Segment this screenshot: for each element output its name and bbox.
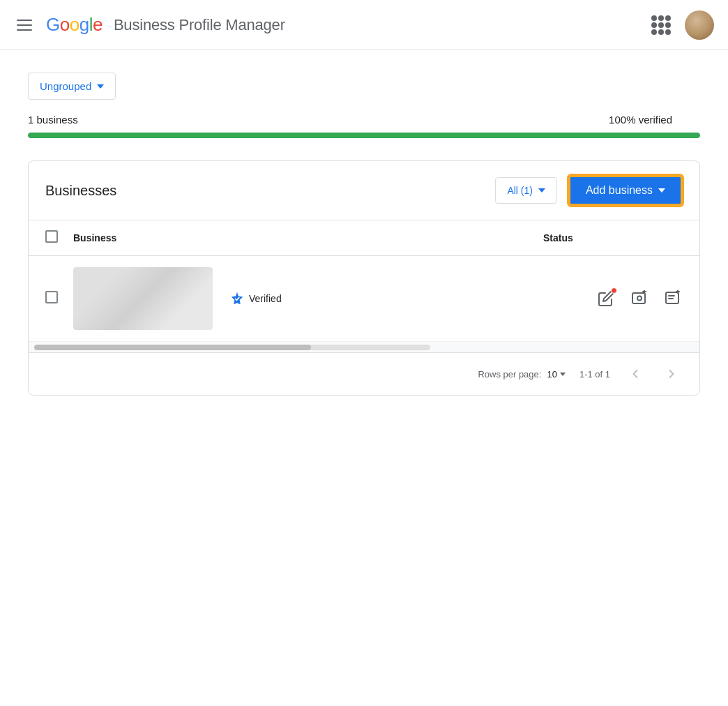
scrollbar-thumb: [34, 345, 311, 350]
stats-row: 1 business 100% verified: [28, 114, 700, 126]
rows-per-page-control: Rows per page: 10: [478, 369, 566, 380]
rows-per-page-label: Rows per page:: [478, 369, 541, 380]
next-page-button[interactable]: [660, 363, 683, 385]
horizontal-scrollbar[interactable]: [29, 342, 699, 353]
chevron-down-icon: [560, 373, 566, 376]
scrollbar-track: [34, 345, 430, 350]
row-checkbox[interactable]: [45, 291, 58, 303]
table-title: Businesses: [45, 183, 116, 199]
edit-button[interactable]: [596, 289, 616, 308]
business-count: 1 business: [28, 114, 78, 126]
select-all-checkbox-cell: [45, 230, 73, 246]
business-filter-dropdown[interactable]: All (1): [495, 177, 557, 204]
google-logo: Google: [46, 14, 103, 36]
chevron-down-icon: [97, 84, 104, 89]
table-toolbar: Businesses All (1) Add business: [29, 161, 699, 220]
group-filter-dropdown[interactable]: Ungrouped: [28, 73, 116, 100]
row-actions: [596, 289, 683, 308]
header-left: Google Business Profile Manager: [14, 14, 649, 36]
row-checkbox-cell: [45, 291, 73, 306]
google-apps-button[interactable]: [649, 13, 674, 38]
group-filter-label: Ungrouped: [40, 80, 91, 92]
select-all-checkbox[interactable]: [45, 230, 58, 243]
notification-dot: [611, 287, 617, 294]
status-label: Verified: [249, 293, 282, 304]
verified-badge-icon: [229, 291, 245, 306]
progress-bar-fill: [28, 133, 700, 138]
business-thumbnail[interactable]: [73, 267, 213, 330]
header: Google Business Profile Manager: [0, 0, 728, 50]
add-business-button[interactable]: Add business: [568, 175, 683, 206]
rows-per-page-value: 10: [547, 369, 556, 380]
add-post-button[interactable]: [663, 289, 683, 308]
menu-button[interactable]: [14, 17, 35, 33]
verification-progress-bar: [28, 133, 700, 138]
rows-per-page-select[interactable]: 10: [547, 369, 565, 380]
page-range: 1-1 of 1: [579, 369, 610, 380]
table-row: Verified: [29, 256, 699, 342]
svg-rect-0: [632, 293, 645, 303]
verified-percent: 100% verified: [609, 114, 672, 126]
prev-page-button[interactable]: [624, 363, 646, 385]
user-avatar[interactable]: [685, 10, 714, 40]
header-right: [649, 10, 714, 40]
chevron-down-icon: [538, 188, 545, 193]
main-content: Ungrouped 1 business 100% verified Busin…: [0, 50, 728, 418]
app-title: Business Profile Manager: [114, 16, 285, 34]
pagination-bar: Rows per page: 10 1-1 of 1: [29, 353, 699, 395]
col-header-status: Status: [543, 232, 683, 243]
businesses-table-card: Businesses All (1) Add business Business…: [28, 160, 700, 396]
table-column-headers: Business Status: [29, 220, 699, 256]
chevron-down-icon: [658, 188, 665, 193]
filter-dropdown-label: All (1): [507, 185, 533, 196]
status-cell: Verified: [229, 291, 369, 306]
add-business-label: Add business: [586, 184, 653, 197]
svg-point-1: [637, 296, 642, 301]
col-header-business: Business: [73, 232, 543, 243]
add-photo-button[interactable]: [630, 289, 649, 308]
filter-row: Ungrouped: [28, 73, 700, 100]
